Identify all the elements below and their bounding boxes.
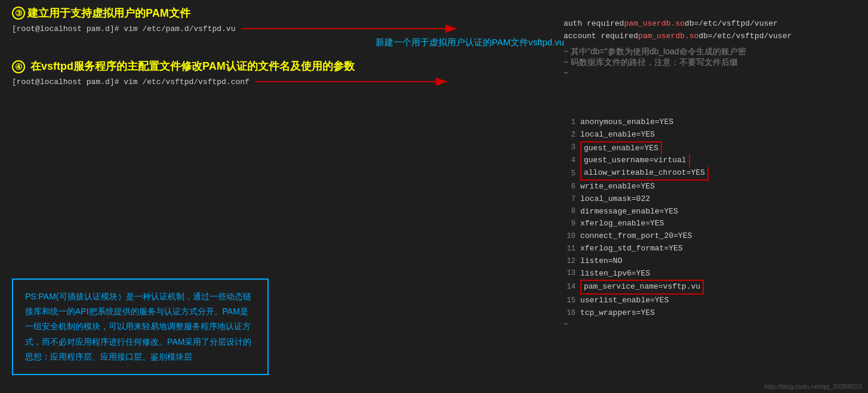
comment3: ~ <box>564 68 850 78</box>
section3-title-text: 建立用于支持虚拟用户的PAM文件 <box>27 6 190 20</box>
line-number: 7 <box>564 194 575 205</box>
arrow4 <box>256 76 453 88</box>
line-number: 1 <box>564 117 575 128</box>
line-number: 3 <box>564 142 575 153</box>
comment2: ~ 码数据库文件的路径，注意：不要写文件后缀 <box>564 57 850 68</box>
line-number: 9 <box>564 218 575 230</box>
account-line: account required pam_userdb.so db=/etc/v… <box>564 30 850 43</box>
code-line: 1anonymous_enable=YES <box>564 116 850 129</box>
auth-suffix: db=/etc/vsftpd/vuser <box>685 18 778 30</box>
line-text: userlist_enable=YES <box>580 295 669 307</box>
code-line: 14pam_service_name=vsftp.vu <box>564 280 850 295</box>
line-text: local_umask=022 <box>580 193 650 206</box>
line-number: 10 <box>564 231 575 242</box>
section3-cmd: [root@localhost pam.d]# vim /etc/pam.d/v… <box>12 24 235 33</box>
right-top-panel: auth required pam_userdb.so db=/etc/vsft… <box>564 18 850 78</box>
line-text: guest_username=virtual <box>584 156 687 165</box>
line-text: xferlog_std_format=YES <box>580 243 683 255</box>
line-text: pam_service_name=vsftp.vu <box>584 282 700 291</box>
line-text: listen_ipv6=YES <box>580 268 650 280</box>
code-line: 13listen_ipv6=YES <box>564 268 850 280</box>
code-line: 10connect_from_port_20=YES <box>564 230 850 243</box>
ps-text: PS:PAM(可插拔认证模块）是一种认证机制，通过一些动态链接库和统一的API把… <box>25 292 251 361</box>
ps-box: PS:PAM(可插拔认证模块）是一种认证机制，通过一些动态链接库和统一的API把… <box>12 278 269 375</box>
line-text: dirmessage_enable=YES <box>580 206 678 218</box>
comment1: ~ 其中"db="参数为使用db_load命令生成的账户密 <box>564 47 850 57</box>
line-number: 12 <box>564 256 575 267</box>
line-text: guest_enable=YES <box>584 144 658 153</box>
line-number: 4 <box>564 155 575 166</box>
line-text: tcp_wrappers=YES <box>580 307 655 320</box>
line-number: 6 <box>564 181 575 193</box>
line-number: 16 <box>564 308 575 319</box>
code-line: 11xferlog_std_format=YES <box>564 243 850 255</box>
circle4: ④ <box>12 60 25 73</box>
line-text: allow_writeable_chroot=YES <box>584 168 705 177</box>
circle3: ③ <box>12 7 25 20</box>
code-line: 4guest_username=virtual <box>564 154 850 167</box>
code-line: 5allow_writeable_chroot=YES <box>564 167 850 181</box>
watermark: http://blog.csdn.net/qq_30358023 <box>765 383 862 390</box>
tilde-line: ~ <box>564 320 850 329</box>
auth-line: auth required pam_userdb.so db=/etc/vsft… <box>564 18 850 30</box>
line-text: local_enable=YES <box>580 129 655 141</box>
account-red: pam_userdb.so <box>638 30 698 43</box>
code-line: 12listen=NO <box>564 255 850 268</box>
code-line: 6write_enable=YES <box>564 181 850 193</box>
line-number: 14 <box>564 281 575 293</box>
line-number: 2 <box>564 129 575 141</box>
line-text: xferlog_enable=YES <box>580 218 664 230</box>
line-text: connect_from_port_20=YES <box>580 230 692 243</box>
line-text: write_enable=YES <box>580 181 655 193</box>
code-line: 3guest_enable=YES <box>564 141 850 155</box>
line-number: 5 <box>564 168 575 180</box>
account-prefix: account required <box>564 30 638 43</box>
account-suffix: db=/etc/vsftpd/vuser <box>698 30 792 43</box>
section4-cmd: [root@localhost pam.d]# vim /etc/vsftpd/… <box>12 78 250 86</box>
code-list-panel: 1anonymous_enable=YES2local_enable=YES3g… <box>564 116 850 329</box>
line-text: listen=NO <box>580 255 622 268</box>
arrow3 <box>241 23 462 35</box>
section4-title-text: 在vsftpd服务程序的主配置文件修改PAM认证的文件名及使用的参数 <box>30 60 355 72</box>
page: ③ 建立用于支持虚拟用户的PAM文件 [root@localhost pam.d… <box>0 0 868 393</box>
line-number: 13 <box>564 268 575 279</box>
code-line: 8dirmessage_enable=YES <box>564 206 850 218</box>
auth-red: pam_userdb.so <box>624 18 684 30</box>
code-line: 2local_enable=YES <box>564 129 850 141</box>
line-number: 11 <box>564 243 575 255</box>
code-line: 9xferlog_enable=YES <box>564 218 850 230</box>
line-text: anonymous_enable=YES <box>580 116 673 129</box>
code-line: 7local_umask=022 <box>564 193 850 206</box>
code-line: 15userlist_enable=YES <box>564 295 850 307</box>
line-number: 15 <box>564 295 575 307</box>
auth-prefix: auth required <box>564 18 624 30</box>
code-line: 16tcp_wrappers=YES <box>564 307 850 320</box>
line-number: 8 <box>564 206 575 217</box>
